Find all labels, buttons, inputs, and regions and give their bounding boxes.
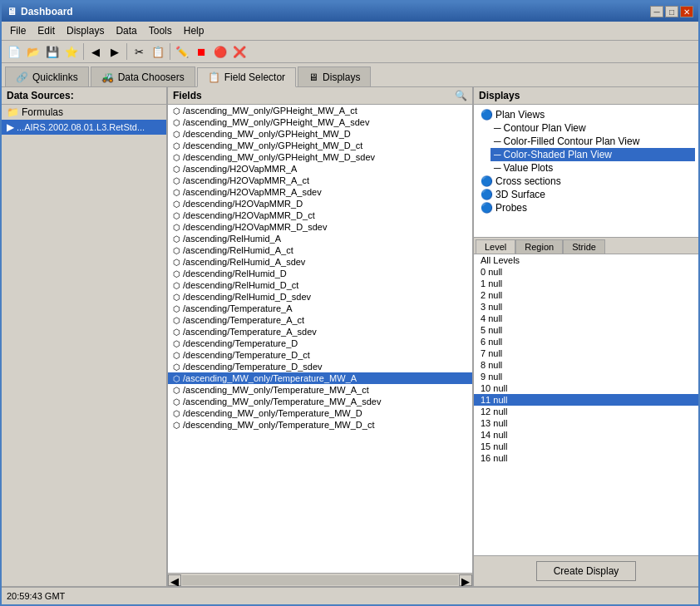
tb-back-button[interactable]: ◀: [86, 42, 105, 61]
level-0[interactable]: 0 null: [474, 266, 698, 278]
field-item[interactable]: ⬡/descending/RelHumid_D: [168, 268, 472, 279]
field-item[interactable]: ⬡/ascending/RelHumid_A: [168, 233, 472, 244]
tab-level[interactable]: Level: [476, 239, 515, 254]
level-9[interactable]: 9 null: [474, 371, 698, 382]
field-item[interactable]: ⬡/ascending/H2OVapMMR_A_ct: [168, 175, 472, 186]
levels-list[interactable]: All Levels 0 null 1 null 2 null 3 null 4…: [474, 254, 698, 555]
field-item[interactable]: ⬡/descending/Temperature_D_ct: [168, 349, 472, 361]
3d-surface-group[interactable]: 🔵 3D Surface: [477, 188, 695, 201]
tb-save-button[interactable]: 💾: [43, 42, 62, 61]
tab-stride[interactable]: Stride: [563, 239, 605, 254]
field-item[interactable]: ⬡/descending/Temperature_D: [168, 337, 472, 349]
probes-group[interactable]: 🔵 Probes: [477, 201, 695, 214]
menu-displays[interactable]: Displays: [62, 23, 109, 38]
cross-expand-icon: 🔵: [481, 175, 493, 187]
tab-field-selector[interactable]: 📋 Field Selector: [197, 67, 296, 87]
field-item[interactable]: ⬡/ascending/H2OVapMMR_A_sdev: [168, 186, 472, 198]
field-item[interactable]: ⬡/descending_MW_only/GPHeight_MW_D: [168, 128, 472, 140]
tb-record-button[interactable]: 🔴: [211, 42, 229, 61]
surface-expand-icon: 🔵: [481, 189, 493, 200]
tb-new-button[interactable]: 📄: [5, 42, 23, 61]
level-13[interactable]: 13 null: [474, 417, 698, 429]
tb-stop-button[interactable]: ⏹: [192, 42, 210, 61]
color-filled-contour-item[interactable]: ─ Color-Filled Contour Plan View: [490, 135, 695, 148]
field-item[interactable]: ⬡/ascending_MW_only/Temperature_MW_A_sde…: [168, 396, 472, 407]
level-10[interactable]: 10 null: [474, 382, 698, 394]
maximize-button[interactable]: □: [665, 6, 678, 17]
value-plots-item[interactable]: ─ Value Plots: [490, 161, 695, 175]
fields-list[interactable]: ⬡/ascending_MW_only/GPHeight_MW_A_ct ⬡/a…: [168, 105, 472, 573]
level-16[interactable]: 16 null: [474, 452, 698, 464]
level-8[interactable]: 8 null: [474, 359, 698, 371]
field-item[interactable]: ⬡/descending/RelHumid_D_sdev: [168, 291, 472, 303]
fields-scrollbar-h[interactable]: ◀ ▶: [168, 573, 472, 586]
field-item[interactable]: ⬡/descending/H2OVapMMR_D_sdev: [168, 221, 472, 233]
title-bar: 🖥 Dashboard ─ □ ✕: [2, 2, 698, 22]
tb-forward-button[interactable]: ▶: [106, 42, 124, 61]
level-1[interactable]: 1 null: [474, 278, 698, 289]
scroll-left-btn[interactable]: ◀: [168, 574, 181, 586]
level-4[interactable]: 4 null: [474, 313, 698, 324]
level-14[interactable]: 14 null: [474, 429, 698, 441]
level-2[interactable]: 2 null: [474, 289, 698, 301]
tab-quicklinks[interactable]: 🔗 Quicklinks: [5, 67, 89, 86]
field-item[interactable]: ⬡/ascending/RelHumid_A_ct: [168, 244, 472, 256]
field-item[interactable]: ⬡/ascending/Temperature_A_ct: [168, 314, 472, 326]
contour-plan-view-item[interactable]: ─ Contour Plan View: [490, 121, 695, 135]
fields-label: Fields: [173, 90, 202, 101]
field-item[interactable]: ⬡/descending/RelHumid_D_ct: [168, 279, 472, 291]
tb-close-button[interactable]: ❌: [230, 42, 249, 61]
level-all[interactable]: All Levels: [474, 254, 698, 266]
field-item[interactable]: ⬡/descending/H2OVapMMR_D: [168, 198, 472, 209]
tb-favorite-button[interactable]: ⭐: [62, 42, 81, 61]
cube-icon-27: ⬡: [173, 421, 180, 430]
close-button[interactable]: ✕: [680, 6, 693, 17]
airs-dataset-item[interactable]: ▶ ...AIRS.2002.08.01.L3.RetStd...: [2, 120, 166, 135]
search-icon[interactable]: 🔍: [455, 90, 467, 101]
menu-edit[interactable]: Edit: [32, 23, 60, 38]
field-item[interactable]: ⬡/descending_MW_only/Temperature_MW_D_ct: [168, 419, 472, 431]
menu-tools[interactable]: Tools: [144, 23, 177, 38]
scroll-right-btn[interactable]: ▶: [459, 574, 472, 586]
field-item[interactable]: ⬡/ascending_MW_only/Temperature_MW_A_ct: [168, 384, 472, 396]
level-5[interactable]: 5 null: [474, 324, 698, 336]
field-item-selected[interactable]: ⬡/ascending_MW_only/Temperature_MW_A: [168, 372, 472, 384]
tb-edit-button[interactable]: ✏️: [173, 42, 191, 61]
tab-displays[interactable]: 🖥 Displays: [298, 67, 371, 86]
field-item[interactable]: ⬡/ascending_MW_only/GPHeight_MW_A_ct: [168, 105, 472, 116]
field-item[interactable]: ⬡/ascending/H2OVapMMR_A: [168, 163, 472, 175]
minimize-button[interactable]: ─: [650, 6, 663, 17]
field-item[interactable]: ⬡/descending/Temperature_D_sdev: [168, 361, 472, 372]
menu-data[interactable]: Data: [111, 23, 141, 38]
field-item[interactable]: ⬡/ascending/RelHumid_A_sdev: [168, 256, 472, 268]
tb-cut-button[interactable]: ✂: [130, 42, 148, 61]
field-item[interactable]: ⬡/ascending_MW_only/GPHeight_MW_A_sdev: [168, 116, 472, 128]
color-shaded-plan-view-item[interactable]: ─ Color-Shaded Plan View: [490, 148, 695, 161]
field-item[interactable]: ⬡/descending/H2OVapMMR_D_ct: [168, 209, 472, 221]
field-item[interactable]: ⬡/descending_MW_only/GPHeight_MW_D_ct: [168, 140, 472, 151]
cube-icon-2: ⬡: [173, 130, 180, 139]
menu-help[interactable]: Help: [179, 23, 210, 38]
menu-file[interactable]: File: [5, 23, 31, 38]
field-item[interactable]: ⬡/descending_MW_only/GPHeight_MW_D_sdev: [168, 151, 472, 163]
level-15[interactable]: 15 null: [474, 441, 698, 452]
cross-sections-group[interactable]: 🔵 Cross sections: [477, 175, 695, 188]
tb-copy-button[interactable]: 📋: [149, 42, 167, 61]
sub-tab-bar: Level Region Stride: [474, 238, 698, 254]
level-12[interactable]: 12 null: [474, 406, 698, 417]
field-item[interactable]: ⬡/ascending/Temperature_A: [168, 303, 472, 314]
field-item[interactable]: ⬡/descending_MW_only/Temperature_MW_D: [168, 407, 472, 419]
field-item[interactable]: ⬡/ascending/Temperature_A_sdev: [168, 326, 472, 337]
level-3[interactable]: 3 null: [474, 301, 698, 313]
formulas-item[interactable]: 📁 Formulas: [2, 105, 166, 120]
tab-data-choosers[interactable]: 🚜 Data Choosers: [91, 67, 195, 86]
tab-region[interactable]: Region: [515, 239, 563, 254]
scrollbar-track[interactable]: [182, 575, 458, 585]
level-6[interactable]: 6 null: [474, 336, 698, 347]
create-display-button[interactable]: Create Display: [536, 561, 637, 581]
window-icon: 🖥: [7, 6, 17, 17]
level-7[interactable]: 7 null: [474, 347, 698, 359]
plan-views-group[interactable]: 🔵 Plan Views: [477, 108, 695, 121]
tb-open-button[interactable]: 📂: [24, 42, 42, 61]
level-11[interactable]: 11 null: [474, 394, 698, 406]
